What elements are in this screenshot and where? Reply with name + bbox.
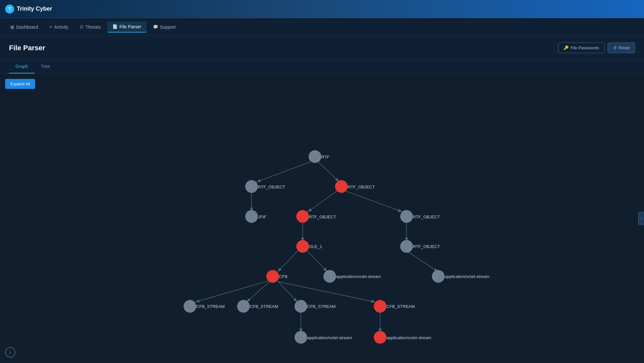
edge-cfb-cfbstream1 — [195, 281, 268, 302]
page-header: File Parser 🔑 File Passwords ↺ Reset — [0, 36, 644, 60]
label-rtfobj5: RTF_OBJECT — [413, 244, 440, 249]
chevron-left-icon: ‹ — [641, 216, 642, 221]
label-appoct2: application/octet-stream — [445, 274, 489, 279]
label-rtfobj2: RTF_OBJECT — [348, 185, 375, 189]
collapse-panel-button[interactable]: ‹ — [638, 212, 644, 225]
reset-icon: ↺ — [613, 45, 617, 50]
edge-ole1-appoct1 — [308, 251, 327, 272]
header-actions: 🔑 File Passwords ↺ Reset — [558, 43, 635, 53]
threats-icon: ⊟ — [80, 24, 83, 29]
label-rtfobj1: RTF_OBJECT — [258, 185, 285, 189]
node-rtfobj4[interactable] — [400, 210, 413, 223]
label-cfbstream2: CFB_STREAM — [250, 304, 278, 309]
nav-bar: ▦ Dashboard ≡ Activity ⊟ Threats 📄 File … — [0, 18, 644, 36]
nav-label-dashboard: Dashboard — [16, 24, 38, 30]
reset-button[interactable]: ↺ Reset — [608, 43, 635, 53]
edge-rtfobj5-appoct2 — [407, 251, 438, 272]
node-cfbstream4[interactable] — [374, 300, 386, 312]
label-rtfobj3: RTF_OBJECT — [309, 215, 336, 219]
app-name: Trinity Cyber — [17, 5, 52, 12]
node-rtf[interactable] — [308, 150, 321, 163]
label-rtf: RTF — [321, 155, 329, 159]
edge-cfb-cfbstream3 — [278, 281, 297, 302]
node-appoct4[interactable] — [374, 331, 386, 344]
label-cfbstream4: CFB_STREAM — [386, 304, 415, 309]
node-cfbstream3[interactable] — [295, 300, 307, 312]
nav-label-support: Support — [160, 24, 176, 30]
nav-item-threats[interactable]: ⊟ Threats — [75, 22, 106, 32]
graph-svg: RTF RTF_OBJECT RTF_OBJECT JFIF RTF_OBJEC… — [0, 74, 644, 363]
nav-label-threats: Threats — [85, 24, 100, 30]
node-rtfobj2[interactable] — [335, 180, 347, 193]
node-appoct1[interactable] — [323, 270, 336, 282]
key-icon: 🔑 — [564, 45, 569, 50]
file-passwords-label: File Passwords — [571, 45, 599, 50]
node-rtfobj5[interactable] — [400, 240, 413, 253]
file-parser-icon: 📄 — [112, 24, 118, 29]
nav-item-dashboard[interactable]: ▦ Dashboard — [5, 22, 43, 32]
node-cfbstream2[interactable] — [237, 300, 250, 312]
label-cfbstream3: CFB_STREAM — [307, 304, 336, 309]
edge-rtfobj2-rtfobj3 — [308, 191, 337, 212]
edge-cfb-cfbstream4 — [278, 282, 375, 302]
logo-area: T Trinity Cyber — [5, 5, 52, 14]
node-appoct2[interactable] — [432, 270, 444, 282]
node-rtfobj3[interactable] — [296, 210, 309, 223]
expand-all-button[interactable]: Expand All — [5, 79, 35, 89]
label-appoct3: application/octet-stream — [307, 335, 352, 340]
reset-label: Reset — [619, 45, 630, 50]
info-icon: i — [10, 350, 11, 355]
node-ole1[interactable] — [296, 240, 309, 253]
label-rtfobj4: RTF_OBJECT — [413, 215, 440, 219]
tab-graph[interactable]: Graph — [9, 60, 34, 73]
label-appoct4: application/octet-stream — [386, 335, 431, 340]
info-button[interactable]: i — [5, 347, 15, 358]
edge-ole1-cfb — [278, 251, 298, 272]
support-icon: 💬 — [153, 24, 158, 29]
node-appoct3[interactable] — [295, 331, 307, 344]
nav-label-activity: Activity — [54, 24, 68, 30]
edge-rtfobj2-rtfobj4 — [346, 191, 402, 212]
node-cfb[interactable] — [266, 270, 279, 282]
node-jfif[interactable] — [245, 210, 258, 223]
nav-label-file-parser: File Parser — [119, 24, 141, 29]
edge-cfb-cfbstream2 — [246, 281, 270, 302]
tab-tree-label: Tree — [41, 64, 50, 69]
label-ole1: OLE_1 — [309, 244, 322, 249]
label-cfb: CFB — [279, 274, 288, 279]
activity-icon: ≡ — [50, 24, 52, 29]
label-appoct1: application/octet-stream — [336, 274, 381, 279]
top-header: T Trinity Cyber — [0, 0, 644, 18]
nav-item-activity[interactable]: ≡ Activity — [45, 22, 74, 32]
label-cfbstream1: CFB_STREAM — [196, 304, 224, 309]
tab-graph-label: Graph — [15, 64, 28, 69]
graph-area: Expand All — [0, 74, 644, 363]
tabs-bar: Graph Tree — [0, 60, 644, 74]
nav-item-file-parser[interactable]: 📄 File Parser — [107, 22, 147, 33]
dashboard-icon: ▦ — [10, 24, 14, 29]
label-jfif: JFIF — [258, 215, 266, 219]
edge-rtf-rtfobj1 — [257, 161, 313, 182]
tab-tree[interactable]: Tree — [34, 60, 56, 73]
node-cfbstream1[interactable] — [184, 300, 196, 312]
file-passwords-button[interactable]: 🔑 File Passwords — [558, 43, 604, 53]
page-title: File Parser — [9, 44, 45, 52]
nav-item-support[interactable]: 💬 Support — [148, 22, 181, 32]
main-content: Expand All — [0, 74, 644, 363]
edge-rtf-rtfobj2 — [317, 161, 339, 182]
logo-icon: T — [5, 5, 14, 14]
node-rtfobj1[interactable] — [245, 180, 258, 193]
